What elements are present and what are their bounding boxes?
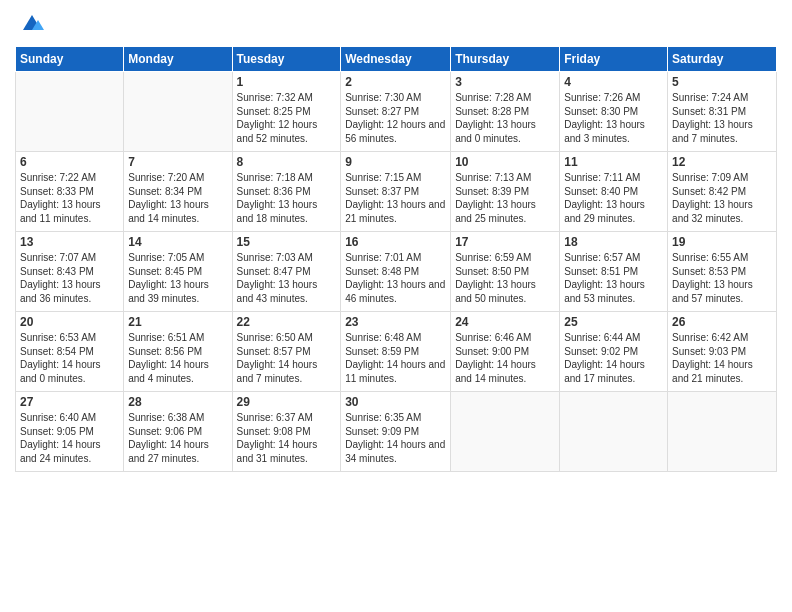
day-number: 23 bbox=[345, 315, 446, 329]
day-number: 1 bbox=[237, 75, 337, 89]
day-number: 30 bbox=[345, 395, 446, 409]
day-cell: 17Sunrise: 6:59 AMSunset: 8:50 PMDayligh… bbox=[451, 232, 560, 312]
day-cell: 10Sunrise: 7:13 AMSunset: 8:39 PMDayligh… bbox=[451, 152, 560, 232]
day-cell: 5Sunrise: 7:24 AMSunset: 8:31 PMDaylight… bbox=[668, 72, 777, 152]
day-number: 6 bbox=[20, 155, 119, 169]
day-cell: 3Sunrise: 7:28 AMSunset: 8:28 PMDaylight… bbox=[451, 72, 560, 152]
day-number: 17 bbox=[455, 235, 555, 249]
day-detail: Sunrise: 6:59 AMSunset: 8:50 PMDaylight:… bbox=[455, 251, 555, 305]
day-cell: 23Sunrise: 6:48 AMSunset: 8:59 PMDayligh… bbox=[341, 312, 451, 392]
day-detail: Sunrise: 7:30 AMSunset: 8:27 PMDaylight:… bbox=[345, 91, 446, 145]
week-row-5: 27Sunrise: 6:40 AMSunset: 9:05 PMDayligh… bbox=[16, 392, 777, 472]
day-detail: Sunrise: 6:55 AMSunset: 8:53 PMDaylight:… bbox=[672, 251, 772, 305]
day-cell: 14Sunrise: 7:05 AMSunset: 8:45 PMDayligh… bbox=[124, 232, 232, 312]
day-number: 7 bbox=[128, 155, 227, 169]
day-number: 2 bbox=[345, 75, 446, 89]
day-cell: 22Sunrise: 6:50 AMSunset: 8:57 PMDayligh… bbox=[232, 312, 341, 392]
header bbox=[15, 10, 777, 38]
day-cell: 29Sunrise: 6:37 AMSunset: 9:08 PMDayligh… bbox=[232, 392, 341, 472]
day-cell: 9Sunrise: 7:15 AMSunset: 8:37 PMDaylight… bbox=[341, 152, 451, 232]
day-number: 11 bbox=[564, 155, 663, 169]
day-number: 28 bbox=[128, 395, 227, 409]
day-cell bbox=[16, 72, 124, 152]
day-detail: Sunrise: 7:13 AMSunset: 8:39 PMDaylight:… bbox=[455, 171, 555, 225]
day-detail: Sunrise: 6:37 AMSunset: 9:08 PMDaylight:… bbox=[237, 411, 337, 465]
day-detail: Sunrise: 6:57 AMSunset: 8:51 PMDaylight:… bbox=[564, 251, 663, 305]
week-row-3: 13Sunrise: 7:07 AMSunset: 8:43 PMDayligh… bbox=[16, 232, 777, 312]
day-detail: Sunrise: 7:11 AMSunset: 8:40 PMDaylight:… bbox=[564, 171, 663, 225]
weekday-header-tuesday: Tuesday bbox=[232, 47, 341, 72]
day-cell: 24Sunrise: 6:46 AMSunset: 9:00 PMDayligh… bbox=[451, 312, 560, 392]
day-number: 21 bbox=[128, 315, 227, 329]
day-detail: Sunrise: 7:28 AMSunset: 8:28 PMDaylight:… bbox=[455, 91, 555, 145]
day-cell: 6Sunrise: 7:22 AMSunset: 8:33 PMDaylight… bbox=[16, 152, 124, 232]
day-number: 18 bbox=[564, 235, 663, 249]
logo-icon bbox=[18, 10, 46, 38]
week-row-1: 1Sunrise: 7:32 AMSunset: 8:25 PMDaylight… bbox=[16, 72, 777, 152]
day-cell: 21Sunrise: 6:51 AMSunset: 8:56 PMDayligh… bbox=[124, 312, 232, 392]
day-number: 29 bbox=[237, 395, 337, 409]
week-row-2: 6Sunrise: 7:22 AMSunset: 8:33 PMDaylight… bbox=[16, 152, 777, 232]
day-cell: 16Sunrise: 7:01 AMSunset: 8:48 PMDayligh… bbox=[341, 232, 451, 312]
day-number: 19 bbox=[672, 235, 772, 249]
day-cell: 8Sunrise: 7:18 AMSunset: 8:36 PMDaylight… bbox=[232, 152, 341, 232]
day-detail: Sunrise: 6:40 AMSunset: 9:05 PMDaylight:… bbox=[20, 411, 119, 465]
day-cell: 15Sunrise: 7:03 AMSunset: 8:47 PMDayligh… bbox=[232, 232, 341, 312]
day-detail: Sunrise: 7:09 AMSunset: 8:42 PMDaylight:… bbox=[672, 171, 772, 225]
weekday-header-saturday: Saturday bbox=[668, 47, 777, 72]
day-number: 5 bbox=[672, 75, 772, 89]
day-number: 25 bbox=[564, 315, 663, 329]
day-detail: Sunrise: 7:07 AMSunset: 8:43 PMDaylight:… bbox=[20, 251, 119, 305]
day-detail: Sunrise: 7:32 AMSunset: 8:25 PMDaylight:… bbox=[237, 91, 337, 145]
day-cell: 30Sunrise: 6:35 AMSunset: 9:09 PMDayligh… bbox=[341, 392, 451, 472]
day-cell: 4Sunrise: 7:26 AMSunset: 8:30 PMDaylight… bbox=[560, 72, 668, 152]
day-number: 4 bbox=[564, 75, 663, 89]
day-cell bbox=[560, 392, 668, 472]
day-cell: 18Sunrise: 6:57 AMSunset: 8:51 PMDayligh… bbox=[560, 232, 668, 312]
weekday-header-row: SundayMondayTuesdayWednesdayThursdayFrid… bbox=[16, 47, 777, 72]
day-detail: Sunrise: 6:51 AMSunset: 8:56 PMDaylight:… bbox=[128, 331, 227, 385]
day-detail: Sunrise: 7:22 AMSunset: 8:33 PMDaylight:… bbox=[20, 171, 119, 225]
day-number: 20 bbox=[20, 315, 119, 329]
day-cell: 26Sunrise: 6:42 AMSunset: 9:03 PMDayligh… bbox=[668, 312, 777, 392]
day-cell: 19Sunrise: 6:55 AMSunset: 8:53 PMDayligh… bbox=[668, 232, 777, 312]
day-detail: Sunrise: 6:53 AMSunset: 8:54 PMDaylight:… bbox=[20, 331, 119, 385]
day-cell: 20Sunrise: 6:53 AMSunset: 8:54 PMDayligh… bbox=[16, 312, 124, 392]
day-detail: Sunrise: 6:50 AMSunset: 8:57 PMDaylight:… bbox=[237, 331, 337, 385]
day-number: 14 bbox=[128, 235, 227, 249]
day-cell: 27Sunrise: 6:40 AMSunset: 9:05 PMDayligh… bbox=[16, 392, 124, 472]
week-row-4: 20Sunrise: 6:53 AMSunset: 8:54 PMDayligh… bbox=[16, 312, 777, 392]
day-number: 16 bbox=[345, 235, 446, 249]
day-cell: 11Sunrise: 7:11 AMSunset: 8:40 PMDayligh… bbox=[560, 152, 668, 232]
day-detail: Sunrise: 6:48 AMSunset: 8:59 PMDaylight:… bbox=[345, 331, 446, 385]
day-number: 24 bbox=[455, 315, 555, 329]
day-detail: Sunrise: 6:35 AMSunset: 9:09 PMDaylight:… bbox=[345, 411, 446, 465]
day-cell: 25Sunrise: 6:44 AMSunset: 9:02 PMDayligh… bbox=[560, 312, 668, 392]
day-detail: Sunrise: 6:44 AMSunset: 9:02 PMDaylight:… bbox=[564, 331, 663, 385]
day-detail: Sunrise: 7:18 AMSunset: 8:36 PMDaylight:… bbox=[237, 171, 337, 225]
day-detail: Sunrise: 6:38 AMSunset: 9:06 PMDaylight:… bbox=[128, 411, 227, 465]
day-cell: 13Sunrise: 7:07 AMSunset: 8:43 PMDayligh… bbox=[16, 232, 124, 312]
day-detail: Sunrise: 7:26 AMSunset: 8:30 PMDaylight:… bbox=[564, 91, 663, 145]
day-number: 26 bbox=[672, 315, 772, 329]
calendar: SundayMondayTuesdayWednesdayThursdayFrid… bbox=[15, 46, 777, 472]
day-cell: 1Sunrise: 7:32 AMSunset: 8:25 PMDaylight… bbox=[232, 72, 341, 152]
weekday-header-friday: Friday bbox=[560, 47, 668, 72]
day-cell: 28Sunrise: 6:38 AMSunset: 9:06 PMDayligh… bbox=[124, 392, 232, 472]
day-number: 9 bbox=[345, 155, 446, 169]
day-detail: Sunrise: 7:20 AMSunset: 8:34 PMDaylight:… bbox=[128, 171, 227, 225]
day-number: 10 bbox=[455, 155, 555, 169]
day-number: 27 bbox=[20, 395, 119, 409]
weekday-header-thursday: Thursday bbox=[451, 47, 560, 72]
day-number: 8 bbox=[237, 155, 337, 169]
day-detail: Sunrise: 6:46 AMSunset: 9:00 PMDaylight:… bbox=[455, 331, 555, 385]
day-cell: 2Sunrise: 7:30 AMSunset: 8:27 PMDaylight… bbox=[341, 72, 451, 152]
day-detail: Sunrise: 7:01 AMSunset: 8:48 PMDaylight:… bbox=[345, 251, 446, 305]
day-cell bbox=[451, 392, 560, 472]
day-cell: 12Sunrise: 7:09 AMSunset: 8:42 PMDayligh… bbox=[668, 152, 777, 232]
weekday-header-wednesday: Wednesday bbox=[341, 47, 451, 72]
day-cell bbox=[124, 72, 232, 152]
page: SundayMondayTuesdayWednesdayThursdayFrid… bbox=[0, 0, 792, 612]
day-detail: Sunrise: 7:05 AMSunset: 8:45 PMDaylight:… bbox=[128, 251, 227, 305]
day-number: 22 bbox=[237, 315, 337, 329]
